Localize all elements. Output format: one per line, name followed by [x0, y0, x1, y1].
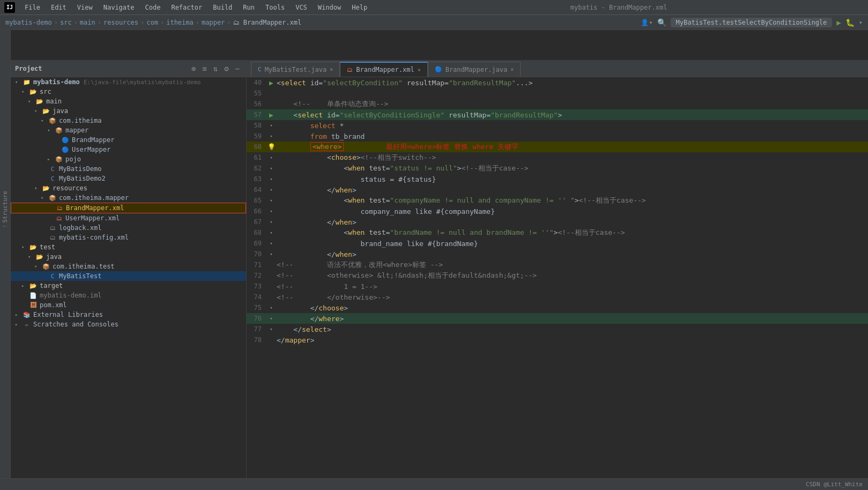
- debug-button[interactable]: 🐛: [845, 18, 855, 27]
- code-text[interactable]: <when test="brandName != null and brandN…: [277, 227, 868, 238]
- code-text[interactable]: </mapper>: [277, 336, 868, 345]
- menu-window[interactable]: Window: [314, 3, 345, 12]
- structure-tab[interactable]: Structure: [0, 188, 10, 226]
- fold-icon[interactable]: ▾: [270, 123, 272, 128]
- code-text[interactable]: </when>: [277, 250, 868, 259]
- code-text[interactable]: from tb_brand: [277, 132, 868, 141]
- fold-icon[interactable]: ▾: [270, 305, 272, 310]
- settings-icon[interactable]: ⚙: [222, 63, 231, 74]
- path-segment-4[interactable]: resources: [103, 19, 138, 26]
- search-icon[interactable]: 🔍: [657, 18, 666, 27]
- close-sidebar-icon[interactable]: −: [233, 63, 242, 74]
- code-editor[interactable]: 40 ▶ <select id="selectByCondition" resu…: [247, 77, 868, 490]
- path-segment-5[interactable]: com: [146, 19, 158, 26]
- fold-icon[interactable]: ▾: [270, 155, 272, 160]
- fold-icon[interactable]: ▾: [270, 176, 272, 182]
- collapse-all-icon[interactable]: ≡: [200, 63, 209, 74]
- menu-refactor[interactable]: Refactor: [167, 3, 206, 12]
- code-text[interactable]: </when>: [277, 218, 868, 227]
- fold-icon[interactable]: ▾: [270, 209, 272, 214]
- tree-item-target[interactable]: ▸ 📂 target: [11, 281, 246, 291]
- code-text[interactable]: <!-- <otherwise> &lt;!&ndash;相当于default&…: [277, 270, 868, 281]
- tree-item-brandmapper-java[interactable]: 🔵 BrandMapper: [11, 135, 246, 145]
- tree-item-src[interactable]: ▾ 📂 src: [11, 87, 246, 96]
- tree-item-usermapper-xml[interactable]: 🗂 UserMapper.xml: [11, 213, 246, 223]
- tree-item-resources[interactable]: ▾ 📂 resources: [11, 183, 246, 193]
- menu-vcs[interactable]: VCS: [291, 3, 311, 12]
- tree-item-test-java[interactable]: ▾ 📂 java: [11, 252, 246, 262]
- code-text[interactable]: <where> 最好用<where>标签 替换 where 关键字: [277, 142, 868, 152]
- code-text[interactable]: </select>: [277, 325, 868, 334]
- menu-file[interactable]: File: [20, 3, 44, 12]
- code-text[interactable]: <!-- 单条件动态查询-->: [277, 99, 868, 109]
- code-text[interactable]: <choose><!--相当于switch-->: [277, 152, 868, 163]
- run-config-dropdown[interactable]: 👤▾: [641, 19, 652, 26]
- menu-help[interactable]: Help: [347, 3, 372, 12]
- run-button[interactable]: ▶: [836, 18, 841, 27]
- tree-item-com-itheima[interactable]: ▾ 📦 com.itheima: [11, 116, 246, 125]
- fold-icon[interactable]: ▾: [270, 326, 272, 332]
- tree-item-mybatistest[interactable]: C MyBatisTest: [11, 271, 246, 281]
- code-text[interactable]: <!-- 语法不优雅，改用<where>标签 -->: [277, 259, 868, 270]
- tree-item-com-itheima-mapper[interactable]: ▾ 📦 com.itheima.mapper: [11, 193, 246, 203]
- code-text[interactable]: <!-- </otherwise>-->: [277, 293, 868, 302]
- code-text[interactable]: company_name like #{companyName}: [277, 207, 868, 216]
- tree-item-mybatis-config[interactable]: 🗂 mybatis-config.xml: [11, 233, 246, 242]
- tree-item-external-libraries[interactable]: ▸ 📚 External Libraries: [11, 310, 246, 320]
- tree-item-usermapper-java[interactable]: 🔵 UserMapper: [11, 145, 246, 154]
- code-text[interactable]: <select id="selectByCondition" resultMap…: [277, 78, 868, 87]
- tab-close-button[interactable]: ×: [330, 66, 333, 72]
- sort-icon[interactable]: ⇅: [211, 63, 220, 74]
- path-segment-2[interactable]: src: [60, 19, 72, 26]
- tree-item-logback[interactable]: 🗂 logback.xml: [11, 223, 246, 233]
- tab-brandmapper-xml[interactable]: 🗂 BrandMapper.xml ×: [340, 62, 427, 77]
- path-segment-1[interactable]: mybatis-demo: [5, 19, 52, 26]
- tree-item-com-itheima-test[interactable]: ▾ 📦 com.itheima.test: [11, 262, 246, 271]
- tree-item-mybatisdemo[interactable]: C MyBatisDemo: [11, 164, 246, 174]
- code-text[interactable]: <when test="status != null"><!--相当于case-…: [277, 163, 868, 174]
- fold-icon[interactable]: ▾: [270, 316, 272, 321]
- fold-icon[interactable]: ▾: [270, 251, 272, 257]
- path-segment-3[interactable]: main: [80, 19, 95, 26]
- code-text[interactable]: <select id="selectByConditionSingle" res…: [277, 110, 868, 120]
- code-text[interactable]: </when>: [277, 185, 868, 195]
- fold-icon[interactable]: ▾: [270, 187, 272, 192]
- fold-icon[interactable]: ▾: [270, 241, 272, 246]
- fold-icon[interactable]: ▾: [270, 219, 272, 225]
- menu-run[interactable]: Run: [239, 3, 259, 12]
- tree-item-pojo[interactable]: ▸ 📦 pojo: [11, 154, 246, 164]
- tree-item-scratches[interactable]: ▸ ✏ Scratches and Consoles: [11, 320, 246, 329]
- tree-item-iml[interactable]: 📄 mybatis-demo.iml: [11, 291, 246, 300]
- code-text[interactable]: select *: [277, 121, 868, 130]
- fold-icon[interactable]: ▾: [270, 198, 272, 203]
- tab-close-button[interactable]: ×: [510, 66, 514, 72]
- code-text[interactable]: <when test="companyName != null and comp…: [277, 195, 868, 206]
- fold-icon[interactable]: ▾: [270, 133, 272, 139]
- sync-icon[interactable]: ⊕: [189, 63, 198, 74]
- code-text[interactable]: </where>: [277, 314, 868, 323]
- tab-mybatistest[interactable]: C MyBatisTest.java ×: [251, 62, 340, 77]
- tree-item-pom[interactable]: 🅼 pom.xml: [11, 300, 246, 310]
- fold-icon[interactable]: ▾: [270, 230, 272, 235]
- menu-navigate[interactable]: Navigate: [99, 3, 139, 12]
- tree-item-main[interactable]: ▾ 📂 main: [11, 96, 246, 106]
- tree-item-brandmapper-xml[interactable]: 🗂 BrandMapper.xml: [11, 203, 246, 213]
- tree-item-test[interactable]: ▾ 📂 test: [11, 242, 246, 252]
- bulb-icon[interactable]: 💡: [268, 143, 276, 151]
- menu-edit[interactable]: Edit: [47, 3, 71, 12]
- code-text[interactable]: <!-- 1 = 1-->: [277, 282, 868, 291]
- tab-close-button[interactable]: ×: [418, 67, 421, 73]
- code-text[interactable]: brand_name like #{brandName}: [277, 239, 868, 248]
- fold-icon[interactable]: ▾: [270, 166, 272, 171]
- run-configuration[interactable]: MyBatisTest.testSelectByConditionSingle: [671, 18, 833, 27]
- menu-view[interactable]: View: [73, 3, 97, 12]
- tree-item-mybatisdemo2[interactable]: C MyBatisDemo2: [11, 174, 246, 183]
- code-text[interactable]: status = #{status}: [277, 175, 868, 184]
- code-text[interactable]: [277, 93, 868, 94]
- tree-item-mapper-pkg[interactable]: ▾ 📦 mapper: [11, 125, 246, 135]
- tab-brandmapper-java[interactable]: 🔵 BrandMapper.java ×: [428, 62, 521, 77]
- run-dropdown[interactable]: ▾: [859, 19, 863, 26]
- code-text[interactable]: </choose>: [277, 303, 868, 313]
- tree-item-java[interactable]: ▾ 📂 java: [11, 106, 246, 116]
- menu-build[interactable]: Build: [209, 3, 236, 12]
